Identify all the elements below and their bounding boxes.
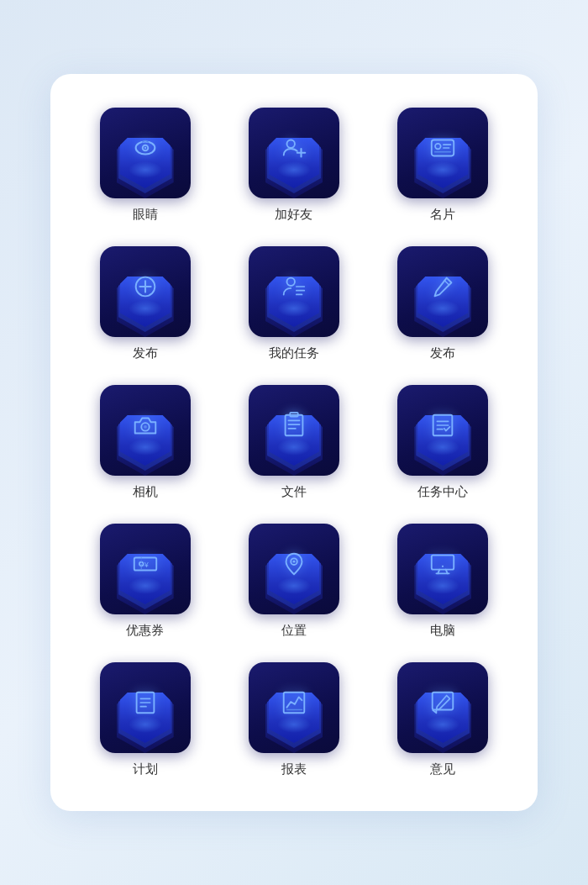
icon-item-plan[interactable]: 计划 [81,662,209,777]
icon-item-file[interactable]: 文件 [229,385,358,500]
coupon-icon: ¥ [100,524,191,609]
icon-item-my-task[interactable]: 我的任务 [229,246,358,361]
icon-item-publish[interactable]: 发布 [81,246,209,361]
icon-label-publish2: 发布 [430,345,455,361]
feedback-icon [397,662,488,748]
icon-item-report[interactable]: 报表 [229,662,358,777]
icon-item-business-card[interactable]: 名片 [379,108,507,223]
icon-box-coupon: ¥ [100,524,191,614]
icon-label-coupon: 优惠券 [126,623,164,639]
svg-point-7 [435,144,441,150]
icon-box-feedback [397,662,488,753]
icon-item-coupon[interactable]: ¥ 优惠券 [81,524,209,639]
icon-grid: 眼睛 加好友 [81,108,507,777]
icon-box-plan [100,662,191,753]
icon-box-computer [397,524,488,614]
icon-box-file [249,385,339,476]
icon-label-publish: 发布 [133,345,158,361]
svg-point-2 [144,147,146,149]
publish-icon [100,246,191,332]
svg-rect-36 [432,556,454,570]
icon-label-feedback: 意见 [430,761,455,777]
main-card: 眼睛 加好友 [50,74,538,811]
business-card-icon [397,108,488,193]
icon-box-add-friend [249,108,339,198]
svg-rect-21 [286,415,303,436]
task-center-icon [397,385,488,471]
icon-box-publish [100,246,191,337]
svg-point-35 [293,561,296,563]
icon-label-business-card: 名片 [430,207,455,223]
icon-box-publish2 [397,246,488,337]
icon-box-task-center [397,385,488,476]
icon-box-camera [100,385,191,476]
icon-item-task-center[interactable]: 任务中心 [379,385,507,500]
svg-line-18 [444,280,449,285]
icon-box-my-task [249,246,339,337]
icon-box-eye [100,108,191,198]
icon-item-computer[interactable]: 电脑 [379,524,507,639]
add-friend-icon [249,108,339,193]
icon-box-business-card [397,108,488,198]
svg-point-20 [144,425,147,429]
eye-icon [100,108,191,193]
camera-icon [100,385,191,471]
location-icon [249,524,339,609]
pencil-icon [397,246,488,332]
file-icon [249,385,339,471]
icon-label-file: 文件 [281,484,307,500]
icon-box-location [249,524,339,614]
icon-label-computer: 电脑 [430,623,455,639]
icon-label-camera: 相机 [133,484,158,500]
icon-item-publish2[interactable]: 发布 [379,246,507,361]
icon-item-eye[interactable]: 眼睛 [81,108,209,223]
icon-label-task-center: 任务中心 [417,484,468,500]
icon-label-eye: 眼睛 [133,207,158,223]
icon-label-my-task: 我的任务 [269,345,319,361]
icon-item-feedback[interactable]: 意见 [379,662,507,777]
icon-item-camera[interactable]: 相机 [81,385,209,500]
icon-label-add-friend: 加好友 [275,207,312,223]
svg-point-3 [286,140,294,148]
icon-label-report: 报表 [281,761,307,777]
icon-box-report [249,662,339,753]
plan-icon [100,662,191,748]
svg-text:¥: ¥ [144,561,149,569]
icon-item-add-friend[interactable]: 加好友 [229,108,358,223]
computer-icon [397,524,488,609]
report-icon [249,662,339,748]
icon-item-location[interactable]: 位置 [229,524,358,639]
icon-label-location: 位置 [281,623,307,639]
svg-point-14 [286,278,294,286]
my-task-icon [249,246,339,332]
icon-label-plan: 计划 [133,761,158,777]
svg-point-40 [442,566,444,567]
